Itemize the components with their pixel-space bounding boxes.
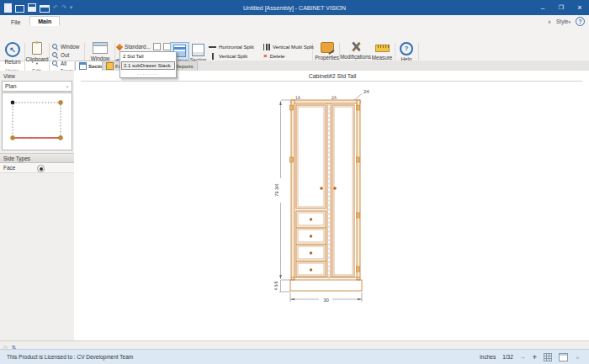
- status-right-cluster: Inches 1/32: [480, 353, 589, 361]
- properties-toolbox-icon: [321, 42, 334, 53]
- face-radio-button[interactable]: [37, 165, 45, 172]
- section-tab-icon: [79, 62, 87, 70]
- cabinet-footprint-outline: [13, 103, 61, 138]
- drawing-canvas: Cabinet#2 Std Tall: [74, 71, 589, 340]
- view-label: View: [0, 71, 74, 80]
- window-controls: [533, 0, 589, 15]
- window-title: Untitled [Assembly] - CABINET VISION: [0, 5, 589, 11]
- magnifier-icon: [52, 52, 58, 58]
- zoom-all-button[interactable]: All: [52, 60, 66, 67]
- quick-access-dropdown-icon[interactable]: ▾: [70, 3, 73, 12]
- titlebar: ↶ ↷ ▾ Untitled [Assembly] - CABINET VISI…: [0, 0, 589, 15]
- corner-handle-back-left[interactable]: [11, 101, 15, 105]
- dimension-height: 79 3/4: [274, 183, 279, 196]
- dimension-depth: 24: [363, 89, 369, 94]
- return-button[interactable]: Return: [2, 42, 24, 65]
- help-question-icon: [400, 42, 413, 55]
- hinge-marks: [290, 105, 360, 272]
- horizontal-split-button[interactable]: Horizontal Split: [209, 43, 254, 50]
- ribbon: File Main Style ? Return Home Clipboard: [0, 15, 589, 61]
- status-bar: This Product is Licensed to : CV Develop…: [0, 349, 589, 364]
- edit-style-icon[interactable]: [153, 43, 161, 50]
- magnifier-icon: [52, 44, 58, 50]
- view-sidebar: View Plan Side Types Face: [0, 71, 75, 340]
- side-types-header: Side Types: [0, 153, 74, 163]
- zoom-in-icon[interactable]: [533, 353, 537, 361]
- corner-handle-front-right[interactable]: [59, 136, 63, 140]
- style-dropdown-popup: 2 Std Tall 2.1 subDrawer Stack ........: [119, 51, 177, 78]
- bottom-nav-bar: [0, 340, 589, 349]
- zoom-window-button[interactable]: Window: [52, 43, 79, 50]
- corner-handle-front-left[interactable]: [11, 136, 15, 140]
- cabinet-vision-window: ↶ ↷ ▾ Untitled [Assembly] - CABINET VISI…: [0, 0, 589, 364]
- side-type-face-row[interactable]: Face: [0, 163, 74, 173]
- vertical-multi-split-button[interactable]: Vertical Multi Split: [263, 43, 314, 50]
- redo-icon[interactable]: ↷: [61, 3, 66, 12]
- style-gem-icon: [116, 43, 123, 50]
- plan-preview-drawing: [3, 93, 72, 148]
- plan-preview-box[interactable]: [2, 92, 72, 150]
- license-text: This Product is Licensed to : CV Develop…: [0, 354, 133, 360]
- combobox-dropdown-icon: [63, 84, 72, 89]
- return-arrow-icon: [5, 42, 20, 57]
- horizontal-split-icon: [209, 46, 216, 48]
- print-icon[interactable]: [40, 5, 50, 13]
- left-door-knob[interactable]: [320, 187, 323, 190]
- clipboard-button[interactable]: Clipboard: [26, 42, 48, 66]
- popup-more-indicator[interactable]: ........: [120, 71, 176, 77]
- dimension-base: 4 5/8: [274, 281, 279, 290]
- dimension-width: 30: [323, 298, 329, 303]
- cabinet-section-drawing[interactable]: Cabinet#2 Std Tall: [74, 71, 589, 340]
- chevron-down-icon: [568, 18, 570, 24]
- vertical-split-icon: [212, 53, 214, 60]
- vertical-split-button[interactable]: Vertical Split: [209, 52, 247, 60]
- ribbon-right-controls: Style ?: [548, 17, 585, 26]
- save-icon[interactable]: [28, 3, 36, 12]
- ruler-icon: [375, 45, 390, 52]
- undo-icon[interactable]: ↶: [53, 3, 58, 12]
- delete-button[interactable]: Delete: [263, 52, 285, 60]
- corner-handle-back-right[interactable]: [59, 101, 63, 105]
- crossed-tools-icon: [350, 42, 362, 52]
- grid-toggle-icon[interactable]: [544, 353, 552, 361]
- minimize-button[interactable]: [533, 0, 552, 15]
- ribbon-tabs: File Main: [0, 15, 60, 26]
- section-label-1a: 1A: [295, 96, 301, 100]
- new-document-icon[interactable]: [4, 3, 12, 13]
- precision-indicator[interactable]: 1/32: [502, 354, 513, 360]
- face-tab-icon: [106, 62, 114, 70]
- cabinet-frame[interactable]: [290, 100, 362, 291]
- quick-access-toolbar: ↶ ↷ ▾: [0, 3, 72, 13]
- right-door-knob[interactable]: [333, 187, 337, 190]
- popup-item-std-tall[interactable]: 2 Std Tall: [120, 52, 176, 61]
- maximize-button[interactable]: [552, 0, 570, 15]
- resize-grip-icon: [575, 354, 581, 360]
- chevron-down-icon: [36, 62, 38, 66]
- view-combobox[interactable]: Plan: [2, 81, 72, 92]
- popup-item-subdrawer-stack[interactable]: 2.1 subDrawer Stack: [121, 61, 175, 70]
- style-standard-selector[interactable]: Standard...: [117, 43, 167, 50]
- section-label-2a: 2A: [332, 96, 337, 100]
- delete-x-icon: [263, 53, 268, 60]
- window-layout-icon[interactable]: [559, 353, 568, 361]
- drawer-stack[interactable]: [296, 211, 326, 277]
- collapse-ribbon-icon[interactable]: [548, 18, 551, 24]
- tab-main[interactable]: Main: [29, 16, 60, 26]
- close-button[interactable]: [570, 0, 589, 15]
- pan-arrow-icon[interactable]: [520, 354, 526, 360]
- clipboard-icon: [32, 42, 42, 55]
- section-interior-icon: [192, 44, 204, 56]
- tab-file[interactable]: File: [3, 18, 28, 26]
- window-icon: [93, 42, 108, 54]
- ribbon-help-icon[interactable]: ?: [576, 17, 585, 26]
- zoom-out-button[interactable]: Out: [52, 51, 69, 59]
- drawing-title: Cabinet#2 Std Tall: [309, 73, 357, 79]
- center-divider: [327, 103, 331, 279]
- right-door[interactable]: [332, 105, 354, 277]
- units-indicator[interactable]: Inches: [480, 354, 496, 360]
- vertical-multi-split-icon: [263, 44, 270, 50]
- style-dropdown[interactable]: Style: [556, 18, 570, 24]
- open-folder-icon[interactable]: [15, 5, 24, 13]
- magnifier-icon: [52, 61, 58, 66]
- left-door[interactable]: [296, 105, 326, 208]
